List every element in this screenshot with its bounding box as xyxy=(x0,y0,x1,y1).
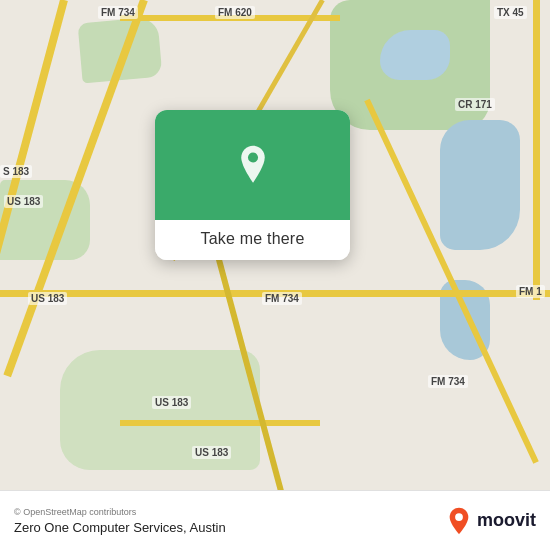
lake xyxy=(440,120,520,250)
road-label-cr171: CR 171 xyxy=(455,98,495,111)
location-pin-icon xyxy=(232,144,274,186)
road-label-us183-bottom: US 183 xyxy=(152,396,191,409)
bottom-left-info: © OpenStreetMap contributors Zero One Co… xyxy=(14,507,226,535)
road xyxy=(533,0,540,300)
moovit-logo: moovit xyxy=(445,507,536,535)
location-popup: Take me there xyxy=(155,110,350,260)
attribution-text: © OpenStreetMap contributors xyxy=(14,507,226,517)
road-label-us183-mid: US 183 xyxy=(28,292,67,305)
svg-point-1 xyxy=(455,513,463,521)
bottom-bar: © OpenStreetMap contributors Zero One Co… xyxy=(0,490,550,550)
business-name: Zero One Computer Services, Austin xyxy=(14,520,226,535)
road-label-fm1: FM 1 xyxy=(516,285,545,298)
road-label-fm734-mid: FM 734 xyxy=(262,292,302,305)
map-container: FM 620 FM 734 TX 45 CR 171 US 183 S 183 … xyxy=(0,0,550,550)
road-label-s183: S 183 xyxy=(0,165,32,178)
take-me-there-button[interactable]: Take me there xyxy=(169,230,336,248)
road xyxy=(120,420,320,426)
road-label-us183-left: US 183 xyxy=(4,195,43,208)
moovit-pin-icon xyxy=(445,507,473,535)
moovit-label: moovit xyxy=(477,510,536,531)
road-label-us183-bottom2: US 183 xyxy=(192,446,231,459)
road-label-fm620: FM 620 xyxy=(215,6,255,19)
road-label-fm734-top: FM 734 xyxy=(98,6,138,19)
svg-point-0 xyxy=(247,152,257,162)
popup-map-area xyxy=(155,110,350,220)
road-label-fm734-right: FM 734 xyxy=(428,375,468,388)
popup-button-section: Take me there xyxy=(155,220,350,260)
lake xyxy=(380,30,450,80)
road-label-tx45: TX 45 xyxy=(494,6,527,19)
